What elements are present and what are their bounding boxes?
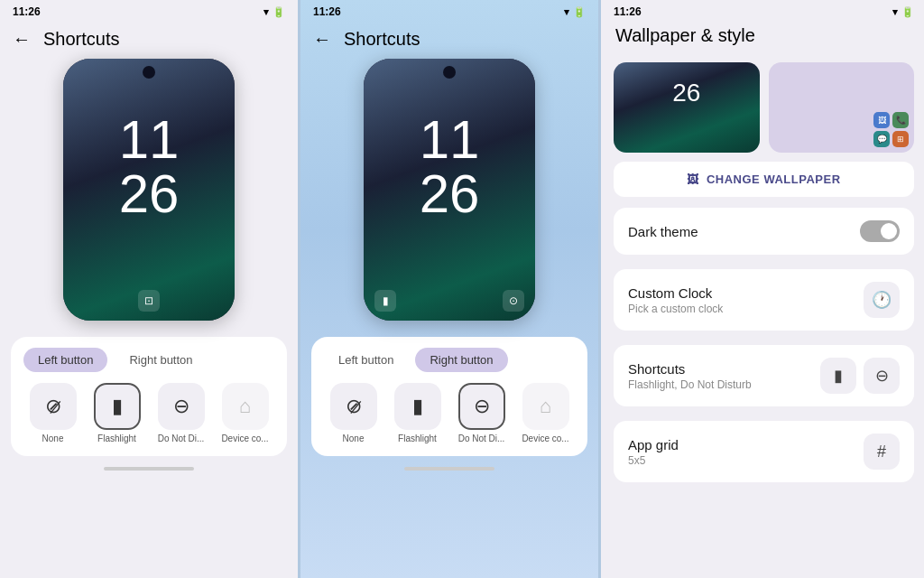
option-dnd-1: ⊖ Do Not Di...: [152, 383, 210, 443]
shortcuts-icons: ▮ ⊖: [820, 358, 900, 394]
tab-right-button-1[interactable]: Right button: [115, 348, 207, 372]
none-btn-2[interactable]: ⊘̷: [330, 383, 377, 430]
wallpaper-thumbs: 26 🖼 📞 💬 ⊞: [614, 62, 914, 153]
device-label-2: Device co...: [522, 434, 568, 443]
tab-left-button-2[interactable]: Left button: [324, 348, 408, 372]
phone-notch-2: [443, 66, 456, 79]
option-device-1: ⌂ Device co...: [216, 383, 274, 443]
app-grid-label: App grid: [628, 437, 679, 452]
shortcut-card-1: Left button Right button ⊘̷ None ▮ Flash…: [11, 337, 287, 456]
custom-clock-row[interactable]: Custom Clock Pick a custom clock 🕐: [614, 269, 914, 331]
dark-theme-label: Dark theme: [628, 224, 698, 239]
status-time-3: 11:26: [614, 5, 642, 18]
panel-wallpaper: 11:26 ▾ 🔋 Wallpaper & style 26 🖼 📞 💬 ⊞ 🖼…: [601, 0, 924, 578]
back-button-2[interactable]: ←: [313, 29, 331, 50]
status-time-1: 11:26: [13, 5, 41, 18]
option-device-2: ⌂ Device co...: [516, 383, 575, 443]
wifi-icon-3: ▾: [892, 6, 898, 18]
dark-theme-toggle[interactable]: [860, 220, 900, 242]
dnd-btn-1[interactable]: ⊖: [158, 383, 205, 430]
page-title-2: Shortcuts: [344, 29, 420, 50]
shortcuts-label: Shortcuts: [628, 361, 752, 377]
wallpaper-thumb-light[interactable]: 🖼 📞 💬 ⊞: [769, 62, 915, 153]
wallpaper-title: Wallpaper & style: [601, 22, 924, 51]
flashlight-btn-1[interactable]: ▮: [94, 383, 141, 430]
panel-shortcuts-left: 11:26 ▾ 🔋 ← Shortcuts 11 26 ⊡ Left butto…: [0, 0, 298, 578]
back-button-1[interactable]: ←: [13, 29, 31, 50]
custom-clock-icon: 🕐: [864, 282, 900, 318]
none-label-1: None: [42, 434, 64, 443]
flashlight-btn-2[interactable]: ▮: [394, 383, 441, 430]
tab-row-1: Left button Right button: [23, 348, 274, 372]
status-icons-3: ▾ 🔋: [892, 6, 914, 18]
custom-clock-label: Custom Clock: [628, 285, 723, 301]
flashlight-label-1: Flashlight: [97, 434, 136, 443]
device-btn-2[interactable]: ⌂: [522, 383, 569, 430]
wifi-icon: ▾: [263, 6, 269, 18]
option-flashlight-1: ▮ Flashlight: [88, 383, 146, 443]
thumb-icons-grid: 🖼 📞 💬 ⊞: [873, 112, 909, 147]
status-bar-2: 11:26 ▾ 🔋: [300, 0, 598, 22]
flashlight-shortcut-icon: ▮: [820, 358, 856, 394]
clock-display-2: 11 26: [364, 113, 535, 221]
thumb-icon-gallery: 🖼: [873, 112, 890, 128]
option-none-2: ⊘̷ None: [324, 383, 383, 443]
shortcuts-row[interactable]: Shortcuts Flashlight, Do Not Disturb ▮ ⊖: [614, 345, 914, 406]
phone-icon-left-2: ▮: [374, 290, 396, 312]
app-grid-sub: 5x5: [628, 454, 679, 467]
phone-notch-1: [143, 66, 155, 79]
status-icons-2: ▾ 🔋: [564, 6, 586, 18]
clock-display-1: 11 26: [63, 113, 235, 221]
battery-icon-3: 🔋: [901, 6, 914, 18]
icon-options-1: ⊘̷ None ▮ Flashlight ⊖ Do Not Di... ⌂ De…: [23, 383, 274, 443]
dnd-shortcut-icon: ⊖: [864, 358, 900, 394]
thumb-icon-phone: 📞: [892, 112, 909, 128]
none-btn-1[interactable]: ⊘̷: [30, 383, 77, 430]
tab-right-button-2[interactable]: Right button: [415, 348, 507, 372]
app-bar-2: ← Shortcuts: [300, 22, 598, 59]
status-bar-3: 11:26 ▾ 🔋: [601, 0, 924, 22]
change-wallpaper-label: CHANGE WALLPAPER: [707, 172, 841, 186]
phone-home-icon-1: ⊡: [138, 290, 160, 312]
status-time-2: 11:26: [313, 5, 341, 18]
wallpaper-thumb-dark[interactable]: 26: [614, 62, 760, 153]
option-dnd-2: ⊖ Do Not Di...: [452, 383, 511, 443]
app-grid-row[interactable]: App grid 5x5 #: [614, 421, 914, 482]
status-bar-1: 11:26 ▾ 🔋: [0, 0, 298, 22]
shortcut-card-2: Left button Right button ⊘̷ None ▮ Flash…: [311, 337, 587, 456]
status-icons-1: ▾ 🔋: [263, 6, 285, 18]
app-bar-1: ← Shortcuts: [0, 22, 298, 59]
app-grid-icon: #: [864, 434, 900, 470]
panel-shortcuts-right: 11:26 ▾ 🔋 ← Shortcuts 11 26 ▮ ⊙ Left but…: [300, 0, 598, 578]
dark-theme-row: Dark theme: [614, 208, 914, 255]
change-wallpaper-button[interactable]: 🖼 CHANGE WALLPAPER: [614, 162, 914, 197]
battery-icon-2: 🔋: [573, 6, 586, 18]
thumb-clock-dark: 26: [614, 62, 760, 107]
icon-options-2: ⊘̷ None ▮ Flashlight ⊖ Do Not Di... ⌂ De…: [324, 383, 575, 443]
battery-icon: 🔋: [273, 6, 285, 18]
dnd-btn-2[interactable]: ⊖: [458, 383, 505, 430]
device-label-1: Device co...: [221, 434, 268, 443]
thumb-icon-msg: 💬: [873, 131, 890, 147]
bottom-bar-2: [404, 467, 494, 471]
page-title-1: Shortcuts: [43, 29, 119, 50]
phone-icon-right-2: ⊙: [503, 290, 524, 312]
dnd-label-2: Do Not Di...: [458, 434, 505, 443]
phone-preview-2: 11 26 ▮ ⊙: [364, 59, 535, 321]
option-flashlight-2: ▮ Flashlight: [388, 383, 447, 443]
device-btn-1[interactable]: ⌂: [222, 383, 269, 430]
option-none-1: ⊘̷ None: [23, 383, 82, 443]
thumb-icon-app: ⊞: [892, 131, 909, 147]
change-wallpaper-icon: 🖼: [687, 172, 699, 186]
custom-clock-sub: Pick a custom clock: [628, 303, 723, 315]
bottom-bar-1: [104, 467, 194, 471]
none-label-2: None: [343, 434, 365, 443]
dnd-label-1: Do Not Di...: [158, 434, 205, 443]
phone-preview-1: 11 26 ⊡: [63, 59, 235, 321]
tab-row-2: Left button Right button: [324, 348, 575, 372]
wifi-icon-2: ▾: [564, 6, 569, 18]
flashlight-label-2: Flashlight: [398, 434, 437, 443]
shortcuts-sub: Flashlight, Do Not Disturb: [628, 378, 752, 391]
tab-left-button-1[interactable]: Left button: [23, 348, 107, 372]
